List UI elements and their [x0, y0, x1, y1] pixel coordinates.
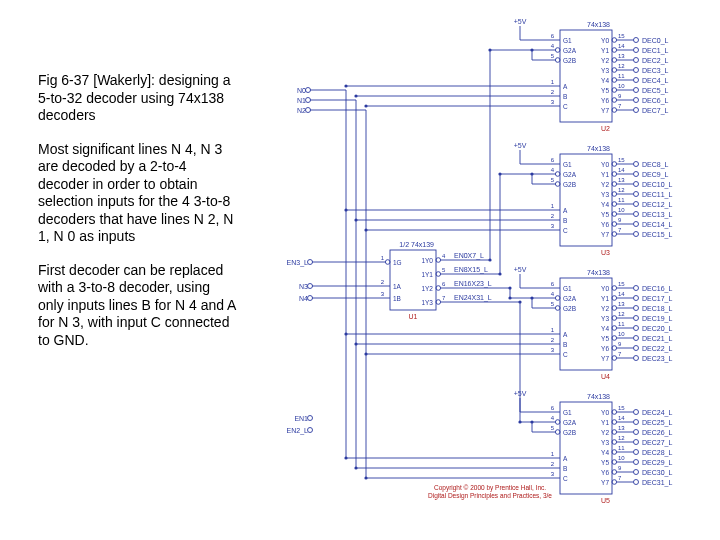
svg-text:7: 7	[618, 475, 622, 481]
svg-point-397	[508, 296, 511, 299]
svg-point-196	[634, 202, 639, 207]
svg-text:14: 14	[618, 167, 625, 173]
explanatory-text: Fig 6-37 [Wakerly]: designing a 5-to-32 …	[38, 72, 238, 365]
svg-text:DEC21_L: DEC21_L	[642, 335, 672, 343]
svg-text:N0: N0	[297, 87, 306, 94]
svg-text:C: C	[563, 475, 568, 482]
svg-text:Y1: Y1	[601, 419, 609, 426]
svg-text:C: C	[563, 227, 568, 234]
svg-text:EN2_L: EN2_L	[287, 427, 309, 435]
svg-point-168	[612, 162, 617, 167]
svg-text:U3: U3	[601, 249, 610, 256]
svg-text:10: 10	[618, 455, 625, 461]
svg-text:Y1: Y1	[601, 295, 609, 302]
svg-text:Y7: Y7	[601, 231, 609, 238]
svg-text:1G: 1G	[393, 259, 402, 266]
svg-text:6: 6	[442, 281, 446, 287]
svg-text:A: A	[563, 331, 568, 338]
svg-point-202	[634, 212, 639, 217]
svg-point-270	[634, 316, 639, 321]
svg-text:15: 15	[618, 33, 625, 39]
svg-point-390	[530, 48, 533, 51]
svg-text:N2: N2	[297, 107, 306, 114]
svg-text:14: 14	[618, 43, 625, 49]
svg-point-134	[634, 108, 639, 113]
svg-text:Y7: Y7	[601, 107, 609, 114]
svg-text:+5V: +5V	[514, 142, 527, 149]
svg-text:DEC8_L: DEC8_L	[642, 161, 669, 169]
svg-point-204	[612, 222, 617, 227]
svg-text:12: 12	[618, 187, 625, 193]
svg-point-301	[364, 352, 367, 355]
svg-text:N4: N4	[299, 295, 308, 302]
svg-text:3: 3	[551, 347, 555, 353]
svg-text:Y0: Y0	[601, 285, 609, 292]
svg-text:Y2: Y2	[601, 305, 609, 312]
svg-point-252	[634, 286, 639, 291]
svg-text:DEC10_L: DEC10_L	[642, 181, 672, 189]
svg-text:5: 5	[551, 53, 555, 59]
svg-point-402	[518, 420, 521, 423]
svg-text:Y3: Y3	[601, 191, 609, 198]
svg-point-408	[308, 428, 313, 433]
svg-point-124	[612, 98, 617, 103]
svg-point-116	[634, 78, 639, 83]
svg-text:1Y0: 1Y0	[421, 257, 433, 264]
svg-point-260	[612, 306, 617, 311]
svg-point-362	[634, 460, 639, 465]
svg-text:11: 11	[618, 197, 625, 203]
svg-text:DEC3_L: DEC3_L	[642, 67, 669, 75]
svg-point-284	[612, 346, 617, 351]
paragraph-2: Most significant lines N 4, N 3 are deco…	[38, 141, 238, 246]
svg-text:5: 5	[551, 425, 555, 431]
svg-text:DEC0_L: DEC0_L	[642, 37, 669, 45]
svg-text:A: A	[563, 455, 568, 462]
svg-point-297	[344, 332, 347, 335]
svg-point-48	[498, 272, 501, 275]
svg-point-356	[634, 450, 639, 455]
svg-text:1: 1	[551, 451, 555, 457]
svg-text:DEC28_L: DEC28_L	[642, 449, 672, 457]
svg-text:Copyright © 2000 by Prentice H: Copyright © 2000 by Prentice Hall, Inc.	[434, 484, 546, 492]
svg-point-57	[436, 300, 441, 305]
svg-text:Y2: Y2	[601, 57, 609, 64]
svg-point-364	[612, 470, 617, 475]
svg-point-395	[530, 172, 533, 175]
svg-text:G2B: G2B	[563, 429, 576, 436]
svg-text:9: 9	[618, 465, 622, 471]
svg-point-328	[612, 410, 617, 415]
svg-point-264	[634, 306, 639, 311]
svg-text:Y6: Y6	[601, 345, 609, 352]
svg-point-315	[555, 430, 560, 435]
svg-point-184	[634, 182, 639, 187]
paragraph-1: Fig 6-37 [Wakerly]: designing a 5-to-32 …	[38, 72, 238, 125]
svg-text:+5V: +5V	[514, 266, 527, 273]
svg-text:Y4: Y4	[601, 201, 609, 208]
svg-point-141	[364, 104, 367, 107]
svg-text:DEC9_L: DEC9_L	[642, 171, 669, 179]
svg-text:Y6: Y6	[601, 97, 609, 104]
svg-text:Y0: Y0	[601, 161, 609, 168]
svg-text:DEC2_L: DEC2_L	[642, 57, 669, 65]
svg-text:3: 3	[551, 471, 555, 477]
svg-text:+5V: +5V	[514, 18, 527, 25]
svg-point-0	[306, 88, 311, 93]
svg-text:B: B	[563, 217, 567, 224]
svg-point-100	[612, 58, 617, 63]
svg-point-41	[436, 272, 441, 277]
svg-point-88	[612, 38, 617, 43]
svg-point-92	[634, 38, 639, 43]
svg-text:EN1: EN1	[294, 415, 308, 422]
svg-point-332	[634, 410, 639, 415]
svg-text:Y6: Y6	[601, 469, 609, 476]
svg-text:5: 5	[551, 301, 555, 307]
svg-text:DEC1_L: DEC1_L	[642, 47, 669, 55]
svg-point-14	[385, 260, 390, 265]
svg-point-288	[634, 346, 639, 351]
svg-point-122	[634, 88, 639, 93]
svg-text:G2A: G2A	[563, 47, 577, 54]
svg-text:DEC23_L: DEC23_L	[642, 355, 672, 363]
svg-point-254	[612, 296, 617, 301]
svg-point-405	[530, 420, 533, 423]
svg-point-374	[634, 480, 639, 485]
